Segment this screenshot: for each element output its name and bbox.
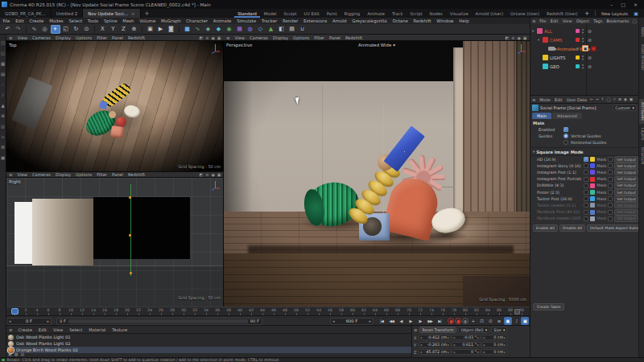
length-increment-arrow[interactable]: ▸ xyxy=(367,319,373,323)
close-button[interactable]: × xyxy=(634,2,638,7)
menu-octane[interactable]: Octane xyxy=(390,19,411,23)
attr-tab-main[interactable]: Main xyxy=(532,113,551,119)
viewport-menu-view[interactable]: View xyxy=(233,35,247,40)
cloner-mograph-icon[interactable]: ▦ xyxy=(235,25,245,34)
right-viewport[interactable]: Right Grid Spacing : 50 cm xyxy=(6,178,224,306)
polygons-mode-icon[interactable]: ▲ xyxy=(1,100,4,110)
enable-checkbox[interactable] xyxy=(584,196,588,201)
record-pla-button[interactable]: ▣ xyxy=(504,317,512,325)
lock-z-axis-icon[interactable]: Z xyxy=(119,25,129,34)
coordinate-mode-dropdown[interactable]: Object (Rel)▾ xyxy=(458,327,489,333)
om-menu-file[interactable]: File xyxy=(538,19,549,23)
material-item-oak-wood-planks-light-01[interactable]: Oak Wood Planks Light 01 xyxy=(6,334,411,340)
scene-camera-icon[interactable]: ◧ xyxy=(277,25,287,34)
material-menu-icon[interactable]: ≡ xyxy=(6,327,15,332)
layout-toggle-icon[interactable]: ▣ xyxy=(631,10,641,16)
menu-arnold[interactable]: Arnold xyxy=(330,19,349,23)
enable-checkbox[interactable] xyxy=(584,183,588,188)
material-menu-texture[interactable]: Texture xyxy=(109,327,130,332)
set-output-button[interactable]: Set Output xyxy=(614,162,638,169)
menu-help[interactable]: Help xyxy=(456,19,472,23)
side-tab-asset-browser[interactable]: Asset Browser xyxy=(639,41,644,74)
enable-checkbox[interactable] xyxy=(584,177,588,182)
environment-icon[interactable]: ▲ xyxy=(266,25,276,34)
menu-animate[interactable]: Animate xyxy=(210,19,233,23)
redo-icon[interactable]: ↷ xyxy=(14,25,23,34)
set-output-button[interactable]: Set Output xyxy=(614,176,638,183)
om-menu-bookmarks[interactable]: Bookmarks xyxy=(605,19,631,23)
coordinate-z-position[interactable]: ◂-45.872 cm▸ xyxy=(419,349,451,356)
viewport-solo-icon[interactable]: ◎ xyxy=(1,121,5,131)
side-tab-layers[interactable]: Layers xyxy=(639,125,644,143)
attr-header-icon-5[interactable]: ⊠ xyxy=(617,97,623,101)
viewport-corner-icon-2[interactable]: ◉ xyxy=(210,35,216,40)
viewport-corner-icon-1[interactable]: ⊘ xyxy=(204,172,210,177)
menu-modes[interactable]: Modes xyxy=(47,19,66,23)
layer-color-swatch[interactable] xyxy=(576,38,580,42)
menu-simulate[interactable]: Simulate xyxy=(234,19,259,23)
set-output-button[interactable]: Set Output xyxy=(614,195,638,202)
display-mode-icon[interactable]: ▤ xyxy=(287,25,297,34)
layout-tab-script[interactable]: Script xyxy=(407,9,426,18)
coordinate-y-position[interactable]: ◂-0.263 cm▸ xyxy=(419,342,451,348)
menu-tracker[interactable]: Tracker xyxy=(258,19,279,23)
camera-dropdown[interactable]: Animated Wide▾ xyxy=(358,43,395,47)
viewport-corner-icon-0[interactable]: ◩ xyxy=(198,172,204,177)
top-viewport[interactable]: Top Grid Spacing : 50 cm xyxy=(6,41,224,171)
enable-all-button[interactable]: Enable All xyxy=(533,224,558,232)
attr-tab-advanced[interactable]: Advanced xyxy=(552,113,582,119)
add-layout-tab-button[interactable]: + xyxy=(581,10,592,17)
enable-axis-icon[interactable]: ⊕ xyxy=(1,110,5,121)
viewport-menu-redshift[interactable]: Redshift xyxy=(126,172,147,177)
viewport-corner-icon-1[interactable]: ⊘ xyxy=(204,35,210,40)
attr-header-icon-7[interactable]: ▣ xyxy=(628,97,634,101)
layout-tab-standard[interactable]: Standard xyxy=(234,9,261,18)
minimize-button[interactable]: – xyxy=(610,2,613,7)
close-tab-icon[interactable]: × xyxy=(131,11,135,16)
pen-spline-icon[interactable]: ∿ xyxy=(193,25,203,34)
layout-tab-model[interactable]: Model xyxy=(260,9,280,18)
menu-tools[interactable]: Tools xyxy=(85,19,101,23)
object-row-geo[interactable]: GEO⊘ xyxy=(530,62,638,71)
layer-color-swatch[interactable] xyxy=(576,56,580,60)
previous-frame-button[interactable]: ◀ xyxy=(396,317,406,325)
coordinates-menu-icon[interactable]: ≡ xyxy=(414,327,418,332)
record-parameter-button[interactable]: ≡ xyxy=(495,317,503,325)
edit-render-settings-icon[interactable]: ◙ xyxy=(167,25,176,34)
viewport-menu-display[interactable]: Display xyxy=(53,35,73,40)
visibility-dots[interactable] xyxy=(582,38,584,39)
side-tab-attributes[interactable]: Attributes xyxy=(639,99,644,124)
mask-checkbox[interactable] xyxy=(608,190,613,195)
om-menu-tags[interactable]: Tags xyxy=(592,19,605,23)
create-takes-button[interactable]: Create Takes xyxy=(533,303,564,311)
locked-workplane-icon[interactable]: ⊠ xyxy=(1,142,5,152)
om-menu-edit[interactable]: Edit xyxy=(548,19,560,23)
edges-mode-icon[interactable]: ∕ xyxy=(2,89,4,100)
doc-tab-untitled-2[interactable]: Untitled 2 xyxy=(52,9,83,18)
coordinate-x-rotation[interactable]: ◂-0.03 °▸ xyxy=(452,335,481,341)
viewport-menu-panel[interactable]: Panel xyxy=(327,35,343,40)
coordinate-system-icon[interactable]: ⊕ xyxy=(130,25,139,34)
tan-sphere-object[interactable] xyxy=(109,111,116,118)
enable-checkbox[interactable] xyxy=(584,216,588,221)
volume-builder-icon[interactable]: ◆ xyxy=(214,25,224,34)
planar-workplane-icon[interactable]: ▣ xyxy=(1,152,5,162)
snap-mode-icon[interactable]: ∪ xyxy=(1,131,4,142)
add-cube-primitive-icon[interactable]: ■ xyxy=(183,25,192,34)
viewport-menu-filter[interactable]: Filter xyxy=(94,172,109,177)
goto-previous-key-button[interactable]: ◀◀ xyxy=(386,317,396,325)
viewport-corner-icon-1[interactable]: ⊘ xyxy=(510,35,516,40)
coordinate-x-position[interactable]: ◂-0.412 cm▸ xyxy=(419,335,451,341)
viewport-corner-icon-0[interactable]: ◩ xyxy=(504,35,510,40)
coordinate-z-size[interactable]: ◂0 cm▸ xyxy=(481,349,507,356)
material-menu-create[interactable]: Create xyxy=(15,327,35,332)
material-menu-view[interactable]: View xyxy=(50,327,66,332)
mask-checkbox[interactable] xyxy=(608,157,613,162)
workplane-mode-icon[interactable]: ▤ xyxy=(1,68,5,79)
enable-checkbox[interactable]: ✓ xyxy=(584,157,588,162)
record-position-button[interactable]: + xyxy=(469,317,477,325)
autokeying-button[interactable]: ● xyxy=(455,318,461,324)
set-output-button[interactable]: Set Output xyxy=(614,189,638,195)
visibility-dots[interactable] xyxy=(582,56,584,57)
visibility-dots[interactable] xyxy=(582,64,584,66)
